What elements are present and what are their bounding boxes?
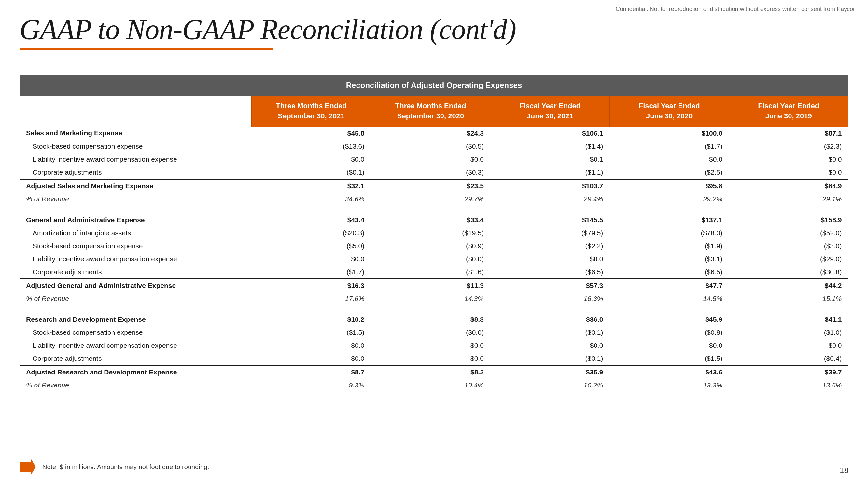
row-value: 29.1% <box>729 193 848 206</box>
page-title: GAAP to Non-GAAP Reconciliation (cont'd) <box>20 13 516 46</box>
row-value: $8.7 <box>252 365 371 379</box>
row-value: $43.6 <box>610 365 729 379</box>
row-value: $41.1 <box>729 313 848 326</box>
table-row: Corporate adjustments$0.0$0.0($0.1)($1.5… <box>20 352 848 365</box>
row-value: ($1.0) <box>729 326 848 339</box>
row-value: ($3.1) <box>610 253 729 265</box>
row-value: $0.0 <box>252 153 371 166</box>
header-col3: Fiscal Year Ended June 30, 2021 <box>490 96 610 127</box>
row-value: $8.3 <box>371 313 490 326</box>
row-value: 17.6% <box>252 292 371 305</box>
header-col1: Three Months Ended September 30, 2021 <box>252 96 371 127</box>
row-value: ($0.0) <box>371 326 490 339</box>
row-value: ($1.9) <box>610 239 729 253</box>
svg-marker-0 <box>20 459 36 475</box>
row-value: ($1.7) <box>252 265 371 279</box>
row-label: % of Revenue <box>20 292 252 305</box>
row-value: ($79.5) <box>490 226 610 239</box>
row-value: $8.2 <box>371 365 490 379</box>
spacer-row <box>20 305 848 313</box>
row-value: 14.3% <box>371 292 490 305</box>
table-row: Liability incentive award compensation e… <box>20 153 848 166</box>
row-value: ($0.1) <box>490 352 610 365</box>
row-value: $0.0 <box>729 339 848 352</box>
row-value: $84.9 <box>729 179 848 193</box>
row-value: $0.0 <box>252 339 371 352</box>
table-row: General and Administrative Expense$43.4$… <box>20 214 848 226</box>
header-col2: Three Months Ended September 30, 2020 <box>371 96 490 127</box>
row-value: $0.0 <box>610 339 729 352</box>
row-value: ($1.5) <box>610 352 729 365</box>
table-row: Liability incentive award compensation e… <box>20 253 848 265</box>
row-value: ($0.1) <box>252 166 371 179</box>
header-label-col <box>20 96 252 127</box>
row-value: $33.4 <box>371 214 490 226</box>
row-value: 10.4% <box>371 379 490 392</box>
row-label: General and Administrative Expense <box>20 214 252 226</box>
row-value: 14.5% <box>610 292 729 305</box>
table-row: Stock-based compensation expense($13.6)(… <box>20 140 848 153</box>
row-value: 15.1% <box>729 292 848 305</box>
header-col4: Fiscal Year Ended June 30, 2020 <box>610 96 729 127</box>
row-label: Corporate adjustments <box>20 352 252 365</box>
title-underline <box>20 48 274 50</box>
row-value: $0.0 <box>610 153 729 166</box>
row-value: $103.7 <box>490 179 610 193</box>
row-value: ($52.0) <box>729 226 848 239</box>
arrow-icon <box>20 459 36 475</box>
row-value: 13.3% <box>610 379 729 392</box>
table-header-row: Three Months Ended September 30, 2021 Th… <box>20 96 848 127</box>
table-row: Research and Development Expense$10.2$8.… <box>20 313 848 326</box>
row-value: ($78.0) <box>610 226 729 239</box>
row-value: ($0.8) <box>610 326 729 339</box>
table-row: Adjusted Research and Development Expens… <box>20 365 848 379</box>
row-value: 10.2% <box>490 379 610 392</box>
row-label: % of Revenue <box>20 379 252 392</box>
row-value: ($5.0) <box>252 239 371 253</box>
reconciliation-table: Three Months Ended September 30, 2021 Th… <box>20 96 848 392</box>
row-value: $0.0 <box>252 253 371 265</box>
row-value: $0.0 <box>371 153 490 166</box>
row-value: $0.0 <box>371 339 490 352</box>
row-value: $35.9 <box>490 365 610 379</box>
row-label: Corporate adjustments <box>20 265 252 279</box>
row-value: $0.0 <box>729 166 848 179</box>
row-value: $43.4 <box>252 214 371 226</box>
row-label: Liability incentive award compensation e… <box>20 339 252 352</box>
row-value: $158.9 <box>729 214 848 226</box>
note-text: Note: $ in millions. Amounts may not foo… <box>42 463 209 471</box>
row-value: 13.6% <box>729 379 848 392</box>
row-value: $0.0 <box>490 253 610 265</box>
row-value: $47.7 <box>610 279 729 292</box>
row-value: $11.3 <box>371 279 490 292</box>
row-value: 16.3% <box>490 292 610 305</box>
row-value: ($20.3) <box>252 226 371 239</box>
row-value: $36.0 <box>490 313 610 326</box>
confidential-text: Confidential: Not for reproduction or di… <box>616 6 855 13</box>
row-label: Stock-based compensation expense <box>20 140 252 153</box>
section-header: Reconciliation of Adjusted Operating Exp… <box>20 75 848 96</box>
row-label: Corporate adjustments <box>20 166 252 179</box>
row-value: 9.3% <box>252 379 371 392</box>
row-value: $45.9 <box>610 313 729 326</box>
row-value: $10.2 <box>252 313 371 326</box>
table-row: % of Revenue9.3%10.4%10.2%13.3%13.6% <box>20 379 848 392</box>
row-value: ($6.5) <box>490 265 610 279</box>
row-value: $0.0 <box>490 339 610 352</box>
row-value: ($1.7) <box>610 140 729 153</box>
table-row: % of Revenue17.6%14.3%16.3%14.5%15.1% <box>20 292 848 305</box>
row-value: ($13.6) <box>252 140 371 153</box>
row-value: ($0.0) <box>371 253 490 265</box>
row-label: Liability incentive award compensation e… <box>20 253 252 265</box>
table-row: Corporate adjustments($1.7)($1.6)($6.5)(… <box>20 265 848 279</box>
row-value: ($1.5) <box>252 326 371 339</box>
row-value: 29.7% <box>371 193 490 206</box>
row-value: $87.1 <box>729 127 848 140</box>
row-value: $45.8 <box>252 127 371 140</box>
row-label: Adjusted Research and Development Expens… <box>20 365 252 379</box>
row-value: ($0.4) <box>729 352 848 365</box>
row-value: $106.1 <box>490 127 610 140</box>
row-value: 29.4% <box>490 193 610 206</box>
row-value: $16.3 <box>252 279 371 292</box>
row-value: ($2.3) <box>729 140 848 153</box>
